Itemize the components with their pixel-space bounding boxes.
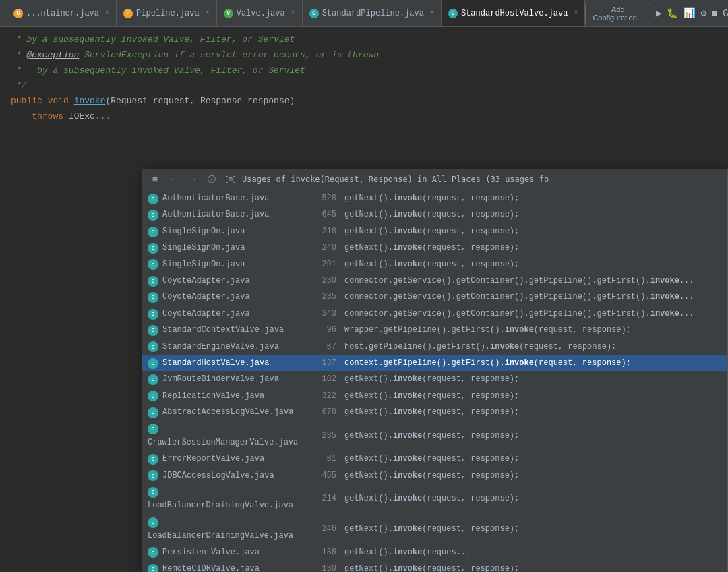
snippet-prefix: wrapper.getPipeline().getFirst(). xyxy=(344,325,505,335)
git-label[interactable]: Git xyxy=(723,8,728,19)
code-snippet-cell: host.getPipeline().getFirst().invoke(req… xyxy=(344,340,722,353)
table-row[interactable]: CSingleSignOn.java291getNext().invoke(re… xyxy=(142,256,727,273)
table-row[interactable]: CLoadBalancerDrainingValve.java214getNex… xyxy=(142,484,727,514)
table-row[interactable]: CAuthenticatorBase.java645getNext().invo… xyxy=(142,206,727,223)
code-line-6: throws IOExc ... xyxy=(0,109,728,125)
snippet-prefix: getNext(). xyxy=(344,548,393,557)
debug-icon[interactable]: 🐛 xyxy=(667,7,678,19)
snippet-params: (request, response); xyxy=(519,342,616,351)
group-by-button[interactable]: ⊞ xyxy=(148,172,162,187)
file-name-cell: CAuthenticatorBase.java xyxy=(148,192,303,205)
file-name-label: SingleSignOn.java xyxy=(162,243,245,252)
table-row[interactable]: CPersistentValve.java136getNext().invoke… xyxy=(142,544,727,561)
m-button[interactable]: [m] xyxy=(223,172,238,187)
code-snippet-cell: getNext().invoke(request, response); xyxy=(344,469,722,482)
tab-close-valve[interactable]: × xyxy=(291,9,295,17)
table-row[interactable]: CAuthenticatorBase.java528getNext().invo… xyxy=(142,190,727,206)
file-name-label: LoadBalancerDrainingValve.java xyxy=(148,500,293,510)
snippet-params: (request, response); xyxy=(422,431,519,440)
tab-close-standardhostvalve[interactable]: × xyxy=(574,9,578,17)
snippet-params: (request, response); xyxy=(422,494,519,503)
table-row[interactable]: CStandardEngineValve.java87host.getPipel… xyxy=(142,339,727,355)
code-snippet-cell: getNext().invoke(request, response); xyxy=(344,562,722,572)
file-name-label: AuthenticatorBase.java xyxy=(162,210,269,219)
tab-valve[interactable]: V Valve.java × xyxy=(217,0,303,26)
snippet-prefix: getNext(). xyxy=(344,210,393,219)
table-row[interactable]: CCrawlerSessionManagerValve.java235getNe… xyxy=(142,420,727,451)
file-name-label: JvmRouteBinderValve.java xyxy=(162,374,279,384)
snippet-method: invoke xyxy=(393,564,422,572)
code-snippet-cell: getNext().invoke(request, response); xyxy=(344,389,722,403)
file-name-label: ReplicationValve.java xyxy=(162,391,264,401)
table-row[interactable]: CCoyoteAdapter.java230connector.getServi… xyxy=(142,273,727,289)
line-number-cell: 455 xyxy=(303,469,336,482)
file-name-cell: CSingleSignOn.java xyxy=(148,258,303,271)
snippet-method: invoke xyxy=(393,471,422,480)
run-icon[interactable]: ▶ xyxy=(656,7,661,19)
file-name-cell: CAuthenticatorBase.java xyxy=(148,208,303,221)
tab-close-container[interactable]: × xyxy=(105,9,109,17)
coverage-icon[interactable]: 📊 xyxy=(684,7,695,19)
snippet-prefix: getNext(). xyxy=(344,431,393,440)
file-name-cell: CStandardContextValve.java xyxy=(148,323,303,337)
table-row[interactable]: CStandardHostValve.java137context.getPip… xyxy=(142,355,727,371)
snippet-method: invoke xyxy=(393,374,422,384)
file-type-icon: C xyxy=(148,194,158,204)
table-row[interactable]: CJDBCAccessLogValve.java455getNext().inv… xyxy=(142,467,727,484)
usages-popup: ⊞ ← → ⓘ [m] Usages of invoke(Request, Re… xyxy=(142,169,728,572)
top-bar: C ...ntainer.java × P Pipeline.java × V … xyxy=(0,0,728,27)
file-name-cell: CAbstractAccessLogValve.java xyxy=(148,405,303,419)
tab-label-standardpipeline: StandardPipeline.java xyxy=(322,9,424,18)
file-type-icon: C xyxy=(148,487,158,498)
tab-standardpipeline[interactable]: C StandardPipeline.java × xyxy=(303,0,442,26)
line-number-cell: 96 xyxy=(303,323,336,337)
snippet-prefix: host.getPipeline().getFirst(). xyxy=(344,342,490,351)
snippet-params: (request, response); xyxy=(422,243,519,252)
table-row[interactable]: CCoyoteAdapter.java235connector.getServi… xyxy=(142,289,727,305)
table-row[interactable]: CReplicationValve.java322getNext().invok… xyxy=(142,388,727,404)
table-row[interactable]: CSingleSignOn.java240getNext().invoke(re… xyxy=(142,239,727,256)
tab-standardhostvalve[interactable]: C StandardHostValve.java × xyxy=(442,0,585,26)
file-name-cell: CLoadBalancerDrainingValve.java xyxy=(148,485,303,513)
line-number-cell: 130 xyxy=(303,562,336,572)
snippet-method: invoke xyxy=(393,227,422,236)
snippet-params: (request, response); xyxy=(422,564,519,572)
code-snippet-cell: getNext().invoke(request, response); xyxy=(344,492,722,505)
table-row[interactable]: CLoadBalancerDrainingValve.java246getNex… xyxy=(142,514,727,544)
file-name-label: StandardHostValve.java xyxy=(162,358,269,368)
tab-icon-container: C xyxy=(13,9,23,18)
snippet-method: invoke xyxy=(393,494,422,503)
table-row[interactable]: CStandardContextValve.java96wrapper.getP… xyxy=(142,322,727,338)
line-number-cell: 235 xyxy=(303,290,336,304)
snippet-method: invoke xyxy=(650,309,679,318)
snippet-prefix: getNext(). xyxy=(344,227,393,236)
line-number-cell: 87 xyxy=(303,340,336,353)
file-type-icon: C xyxy=(148,210,158,221)
tab-container[interactable]: C ...ntainer.java × xyxy=(7,0,117,26)
add-config-button[interactable]: Add Configuration... xyxy=(585,3,650,24)
forward-button[interactable]: → xyxy=(185,172,200,187)
profile-icon[interactable]: ⚙ xyxy=(700,7,706,19)
info-button[interactable]: ⓘ xyxy=(204,172,219,187)
file-type-icon: C xyxy=(148,309,158,320)
file-name-cell: CJvmRouteBinderValve.java xyxy=(148,372,303,386)
line-number-cell: 214 xyxy=(303,492,336,505)
file-type-icon: C xyxy=(148,276,158,287)
table-row[interactable]: CRemoteCIDRValve.java130getNext().invoke… xyxy=(142,561,727,572)
table-row[interactable]: CAbstractAccessLogValve.java678getNext()… xyxy=(142,404,727,420)
table-row[interactable]: CErrorReportValve.java81getNext().invoke… xyxy=(142,451,727,467)
code-snippet-cell: connector.getService().getContainer().ge… xyxy=(344,290,722,304)
snippet-prefix: getNext(). xyxy=(344,374,393,384)
table-row[interactable]: CCoyoteAdapter.java343connector.getServi… xyxy=(142,306,727,322)
stop-icon[interactable]: ■ xyxy=(712,8,717,19)
tab-close-pipeline[interactable]: × xyxy=(206,9,210,17)
file-name-cell: CCoyoteAdapter.java xyxy=(148,307,303,320)
code-snippet-cell: getNext().invoke(request, response); xyxy=(344,372,722,386)
back-button[interactable]: ← xyxy=(166,172,181,187)
table-row[interactable]: CSingleSignOn.java218getNext().invoke(re… xyxy=(142,223,727,239)
tab-close-standardpipeline[interactable]: × xyxy=(430,9,434,17)
tab-pipeline[interactable]: P Pipeline.java × xyxy=(117,0,217,26)
file-name-label: CrawlerSessionManagerValve.java xyxy=(148,438,298,447)
table-row[interactable]: CJvmRouteBinderValve.java182getNext().in… xyxy=(142,371,727,387)
snippet-params: (request, response); xyxy=(422,407,519,417)
